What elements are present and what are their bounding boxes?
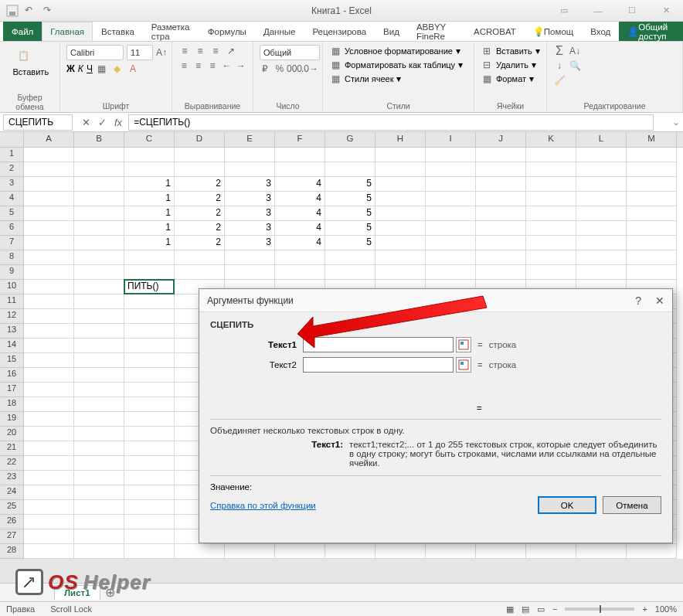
tab-data[interactable]: Данные (255, 22, 304, 41)
cell[interactable]: 2 (175, 177, 225, 192)
cell[interactable] (225, 162, 275, 177)
row-header[interactable]: 18 (0, 397, 24, 412)
cell[interactable] (175, 162, 225, 177)
cell[interactable] (74, 236, 124, 250)
cell[interactable] (24, 206, 74, 221)
arg1-input[interactable] (303, 337, 454, 352)
cell[interactable] (24, 162, 74, 177)
cell[interactable] (74, 339, 124, 353)
ribbon-display-icon[interactable]: ▭ (547, 0, 581, 22)
minimize-icon[interactable]: — (581, 0, 615, 22)
cell[interactable] (225, 148, 275, 162)
paste-button[interactable]: 📋 Вставить (13, 45, 47, 91)
cell[interactable] (74, 177, 124, 192)
cell[interactable] (325, 544, 375, 559)
row-header[interactable]: 2 (0, 162, 24, 177)
font-color-icon[interactable]: A (127, 63, 139, 75)
cell[interactable] (24, 265, 74, 280)
cell[interactable] (426, 177, 476, 192)
cell[interactable] (74, 485, 124, 500)
tab-insert[interactable]: Вставка (93, 22, 143, 41)
align-top-icon[interactable]: ≡ (178, 45, 191, 57)
cell[interactable] (74, 324, 124, 339)
row-header[interactable]: 27 (0, 529, 24, 544)
tell-me[interactable]: 💡 Помощ (525, 22, 582, 41)
align-center-icon[interactable]: ≡ (192, 60, 203, 72)
row-header[interactable]: 25 (0, 500, 24, 515)
cell[interactable] (476, 250, 526, 265)
cell[interactable] (426, 250, 476, 265)
cell[interactable]: 4 (275, 236, 325, 250)
cell[interactable] (74, 265, 124, 280)
currency-icon[interactable]: ₽ (260, 63, 271, 75)
cell[interactable] (24, 192, 74, 206)
cell[interactable] (24, 500, 74, 515)
help-link[interactable]: Справка по этой функции (210, 501, 316, 510)
cell[interactable]: 2 (175, 236, 225, 250)
cell[interactable] (426, 148, 476, 162)
cell[interactable] (275, 250, 325, 265)
dialog-help-icon[interactable]: ? (635, 294, 641, 307)
expand-formula-icon[interactable]: ⌄ (669, 117, 683, 128)
cell[interactable] (627, 250, 677, 265)
cell[interactable] (526, 177, 576, 192)
column-header[interactable]: F (275, 132, 325, 147)
cell[interactable] (576, 177, 627, 192)
close-icon[interactable]: ✕ (649, 0, 683, 22)
cell[interactable] (24, 309, 74, 324)
row-header[interactable]: 8 (0, 250, 24, 265)
cancel-formula-icon[interactable]: ✕ (82, 117, 90, 128)
font-name-input[interactable] (66, 45, 124, 60)
cell[interactable] (426, 206, 476, 221)
cell[interactable] (325, 265, 375, 280)
enter-formula-icon[interactable]: ✓ (98, 117, 107, 128)
cell[interactable] (325, 148, 375, 162)
column-header[interactable]: I (426, 132, 476, 147)
arg1-range-picker[interactable] (456, 337, 471, 352)
view-normal-icon[interactable]: ▦ (506, 604, 514, 614)
percent-icon[interactable]: % (274, 63, 286, 75)
increase-font-icon[interactable]: A↑ (156, 46, 167, 59)
cell[interactable] (74, 309, 124, 324)
dialog-close-icon[interactable]: ✕ (655, 294, 664, 307)
cell[interactable] (24, 471, 74, 485)
row-header[interactable]: 15 (0, 353, 24, 368)
cell[interactable] (526, 265, 576, 280)
cell[interactable] (24, 250, 74, 265)
cell[interactable] (74, 148, 124, 162)
cell[interactable] (627, 544, 677, 559)
tab-formulas[interactable]: Формулы (199, 22, 255, 41)
border-icon[interactable]: ▦ (96, 63, 108, 75)
cell[interactable] (175, 250, 225, 265)
cell[interactable]: 2 (175, 206, 225, 221)
active-cell[interactable]: ПИТЬ() (124, 279, 175, 294)
row-header[interactable]: 10 (0, 280, 24, 294)
cell[interactable] (124, 412, 175, 427)
cell[interactable] (124, 309, 175, 324)
cell[interactable]: 5 (325, 236, 375, 250)
cell[interactable] (24, 148, 74, 162)
orientation-icon[interactable]: ↗ (225, 45, 237, 57)
cell[interactable] (627, 221, 677, 236)
save-icon[interactable] (6, 5, 19, 17)
cell[interactable] (24, 177, 74, 192)
cell[interactable] (175, 265, 225, 280)
cell[interactable]: 3 (225, 221, 275, 236)
cell[interactable] (375, 177, 426, 192)
cell[interactable]: 1 (124, 206, 175, 221)
column-header[interactable]: J (476, 132, 526, 147)
cell[interactable] (576, 221, 627, 236)
cell[interactable] (24, 294, 74, 309)
cell[interactable] (476, 192, 526, 206)
underline-button[interactable]: Ч (87, 63, 93, 74)
cell[interactable] (375, 162, 426, 177)
cell[interactable] (24, 529, 74, 544)
cell[interactable] (124, 456, 175, 471)
cell[interactable] (476, 162, 526, 177)
row-header[interactable]: 13 (0, 324, 24, 339)
cell[interactable] (24, 383, 74, 397)
cell[interactable] (124, 162, 175, 177)
row-header[interactable]: 9 (0, 265, 24, 280)
cell[interactable] (74, 412, 124, 427)
cell[interactable] (526, 192, 576, 206)
